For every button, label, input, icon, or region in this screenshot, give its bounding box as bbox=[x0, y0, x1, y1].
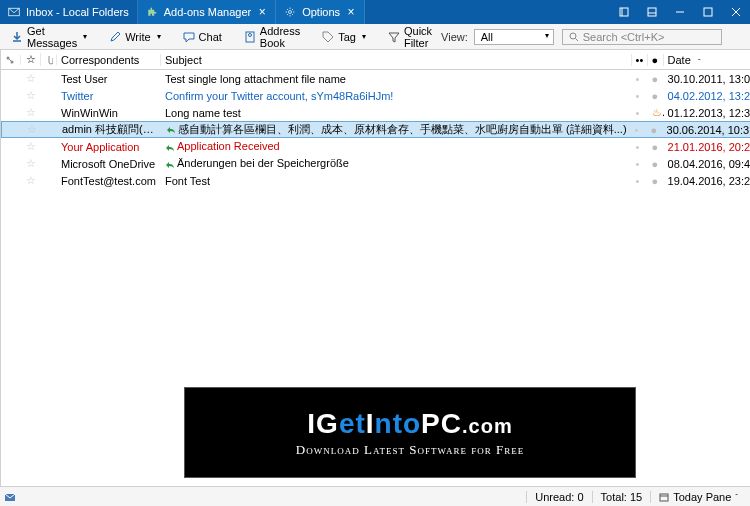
button-label: Write bbox=[125, 31, 150, 43]
read-dot-icon: ● bbox=[652, 158, 659, 170]
read-dot-icon: ● bbox=[652, 90, 659, 102]
button-label: Address Book bbox=[260, 25, 300, 49]
chat-button[interactable]: Chat bbox=[176, 28, 229, 46]
message-row[interactable]: ☆admin 科技顧問(客...感自動計算各區欄目、利潤、成本、原材料倉存、手機… bbox=[1, 121, 750, 138]
sort-asc-icon: ˆ bbox=[698, 57, 701, 66]
svg-rect-2 bbox=[620, 8, 628, 16]
svg-point-1 bbox=[289, 11, 292, 14]
spam-cell[interactable]: • bbox=[632, 141, 648, 153]
spam-cell[interactable]: • bbox=[632, 73, 648, 85]
column-star[interactable]: ☆ bbox=[21, 53, 41, 66]
date-cell: 08.04.2016, 09:43 bbox=[664, 158, 750, 170]
column-read-2[interactable]: ● bbox=[648, 54, 664, 66]
subject-cell: Test single long attachment file name bbox=[161, 73, 632, 85]
status-icon[interactable] bbox=[4, 491, 24, 503]
message-row[interactable]: ☆TwitterConfirm your Twitter account, sY… bbox=[1, 87, 750, 104]
svg-point-11 bbox=[248, 33, 251, 36]
date-cell: 21.01.2016, 20:27 bbox=[664, 141, 750, 153]
write-button[interactable]: Write ▾ bbox=[102, 28, 167, 46]
star-cell[interactable]: ☆ bbox=[21, 174, 41, 187]
column-attachment[interactable] bbox=[41, 55, 57, 65]
spam-cell[interactable]: • bbox=[632, 175, 648, 187]
column-correspondents[interactable]: Correspondents bbox=[57, 54, 161, 66]
tag-button[interactable]: Tag ▾ bbox=[315, 28, 373, 46]
read-dot-icon: ● bbox=[652, 141, 659, 153]
search-input[interactable]: Search <Ctrl+K> bbox=[562, 29, 722, 45]
star-cell[interactable]: ☆ bbox=[21, 140, 41, 153]
column-header-row: ☆ Correspondents Subject •• ● Date ˆ Siz… bbox=[1, 50, 750, 70]
read-cell[interactable]: ● bbox=[647, 124, 663, 136]
tab-inbox[interactable]: Inbox - Local Folders bbox=[0, 0, 138, 24]
pencil-icon bbox=[109, 31, 121, 43]
window-button-2[interactable] bbox=[638, 0, 666, 24]
column-date[interactable]: Date ˆ bbox=[664, 54, 750, 66]
tab-options[interactable]: Options × bbox=[276, 0, 365, 24]
address-book-button[interactable]: Address Book bbox=[237, 22, 307, 52]
chevron-down-icon: ▾ bbox=[157, 32, 161, 41]
quick-filter-button[interactable]: Quick Filter bbox=[381, 22, 439, 52]
calendar-icon bbox=[659, 492, 669, 502]
star-cell[interactable]: ☆ bbox=[21, 106, 41, 119]
column-subject[interactable]: Subject bbox=[161, 54, 632, 66]
close-icon[interactable]: × bbox=[257, 7, 267, 17]
status-unread: Unread: 0 bbox=[526, 491, 591, 503]
date-cell: 30.06.2014, 10:31 bbox=[663, 124, 750, 136]
from-cell: Microsoft OneDrive bbox=[57, 158, 161, 170]
spam-cell[interactable]: • bbox=[632, 90, 648, 102]
chevron-down-icon: ▾ bbox=[83, 32, 87, 41]
column-thread[interactable] bbox=[1, 55, 21, 65]
maximize-button[interactable] bbox=[694, 0, 722, 24]
from-cell: Test User bbox=[57, 73, 161, 85]
read-cell[interactable]: ● bbox=[648, 73, 664, 85]
message-row[interactable]: ☆Test UserTest single long attachment fi… bbox=[1, 70, 750, 87]
message-row[interactable]: ☆WinWinWinLong name test•♨01.12.2013, 12… bbox=[1, 104, 750, 121]
subject-cell: Confirm your Twitter account, sYm48Ra6iH… bbox=[161, 90, 632, 102]
read-dot-icon: ● bbox=[652, 73, 659, 85]
main-toolbar: Get Messages ▾ Write ▾ Chat Address Book… bbox=[0, 24, 750, 50]
star-cell[interactable]: ☆ bbox=[21, 89, 41, 102]
close-button[interactable] bbox=[722, 0, 750, 24]
message-row[interactable]: ☆Your ApplicationApplication Received•●2… bbox=[1, 138, 750, 155]
column-read-1[interactable]: •• bbox=[632, 54, 648, 66]
star-cell[interactable]: ☆ bbox=[22, 123, 42, 136]
status-total: Total: 15 bbox=[592, 491, 651, 503]
tab-label: Options bbox=[302, 6, 340, 18]
read-cell[interactable]: ● bbox=[648, 175, 664, 187]
spam-cell[interactable]: • bbox=[632, 158, 648, 170]
read-cell[interactable]: ● bbox=[648, 90, 664, 102]
today-pane-button[interactable]: Today Pane ˆ bbox=[650, 491, 746, 503]
button-label: Chat bbox=[199, 31, 222, 43]
button-label: Tag bbox=[338, 31, 356, 43]
window-button-1[interactable] bbox=[610, 0, 638, 24]
watermark-subtitle: Download Latest Software for Free bbox=[296, 442, 524, 458]
tab-addons[interactable]: Add-ons Manager × bbox=[138, 0, 276, 24]
window-controls bbox=[610, 0, 750, 24]
view-value: All bbox=[481, 31, 493, 43]
search-placeholder: Search <Ctrl+K> bbox=[583, 31, 665, 43]
subject-cell: Änderungen bei der Speichergröße bbox=[161, 157, 632, 169]
button-label: Get Messages bbox=[27, 25, 77, 49]
spam-cell[interactable]: • bbox=[631, 124, 647, 136]
from-cell: admin 科技顧問(客... bbox=[58, 122, 162, 137]
get-messages-button[interactable]: Get Messages ▾ bbox=[4, 22, 94, 52]
puzzle-icon bbox=[146, 6, 158, 18]
reply-icon bbox=[165, 143, 175, 153]
view-select[interactable]: All ▾ bbox=[474, 29, 554, 45]
star-cell[interactable]: ☆ bbox=[21, 157, 41, 170]
spam-cell[interactable]: • bbox=[632, 107, 648, 119]
read-cell[interactable]: ♨ bbox=[648, 106, 664, 119]
svg-line-33 bbox=[8, 58, 12, 62]
close-icon[interactable]: × bbox=[346, 7, 356, 17]
tab-label: Add-ons Manager bbox=[164, 6, 251, 18]
subject-cell: Application Received bbox=[161, 140, 632, 152]
message-row[interactable]: ☆FontTest@test.comFont Test•●19.04.2016,… bbox=[1, 172, 750, 189]
svg-rect-4 bbox=[648, 8, 656, 16]
read-cell[interactable]: ● bbox=[648, 158, 664, 170]
minimize-button[interactable] bbox=[666, 0, 694, 24]
read-cell[interactable]: ● bbox=[648, 141, 664, 153]
reply-icon bbox=[165, 160, 175, 170]
date-cell: 30.10.2011, 13:00 bbox=[664, 73, 750, 85]
message-row[interactable]: ☆Microsoft OneDriveÄnderungen bei der Sp… bbox=[1, 155, 750, 172]
star-cell[interactable]: ☆ bbox=[21, 72, 41, 85]
chat-icon bbox=[183, 31, 195, 43]
